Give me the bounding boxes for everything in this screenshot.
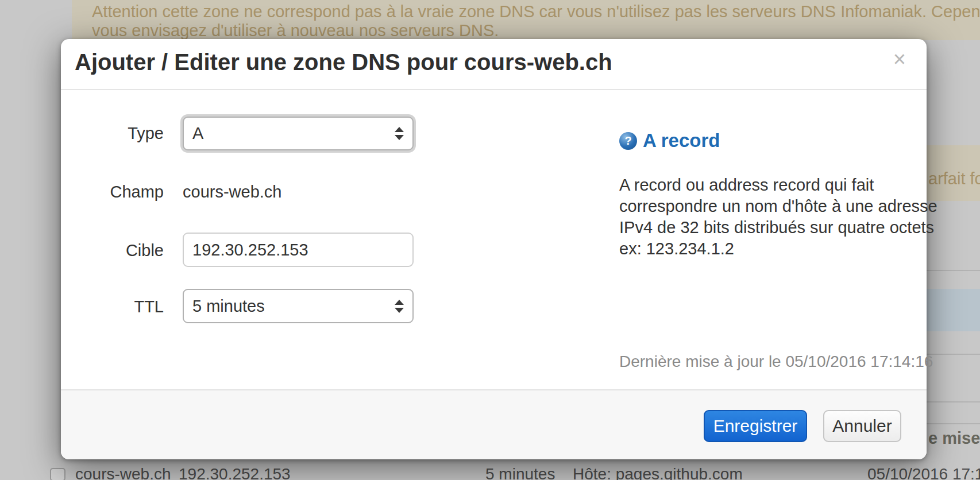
row-ip: 192.30.252.153	[179, 465, 291, 480]
ttl-label: TTL	[61, 297, 164, 316]
help-description: A record ou address record qui fait corr…	[619, 175, 906, 260]
dns-zone-edit-dialog: Ajouter / Editer une zone DNS pour cours…	[61, 39, 927, 459]
help-title: A record	[643, 130, 720, 152]
row-checkbox[interactable]	[50, 468, 65, 480]
banner-fragment-text: arfait for	[928, 169, 980, 188]
ttl-select[interactable]: 5 minutes	[183, 289, 414, 323]
help-circle-icon: ?	[619, 132, 637, 150]
stepper-arrows-icon	[391, 127, 408, 140]
champ-value: cours-web.ch	[183, 183, 281, 202]
table-header-fragment: e mise à	[928, 429, 980, 448]
row-target: Hôte: pages.github.com	[573, 465, 743, 480]
type-label: Type	[61, 124, 164, 143]
cible-label: Cible	[61, 241, 164, 260]
help-description-line: IPv4 de 32 bits distribués sur quatre oc…	[619, 217, 906, 238]
dialog-header: Ajouter / Editer une zone DNS pour cours…	[61, 39, 927, 90]
row-domain: cours-web.ch	[75, 465, 171, 480]
dialog-title: Ajouter / Editer une zone DNS pour cours…	[75, 49, 612, 75]
type-select-value: A	[184, 124, 391, 143]
help-description-line: correspondre un nom d'hôte à une adresse	[619, 196, 906, 217]
row-date: 05/10/2016 17:1	[867, 465, 980, 480]
last-update-text: Dernière mise à jour le 05/10/2016 17:14…	[619, 353, 906, 371]
dialog-footer: Enregistrer Annuler	[61, 389, 927, 459]
help-description-line: ex: 123.234.1.2	[619, 238, 906, 260]
help-description-line: A record ou address record qui fait	[619, 175, 906, 196]
cible-input[interactable]	[183, 233, 414, 267]
ttl-select-value: 5 minutes	[184, 297, 391, 316]
close-icon[interactable]: ×	[893, 48, 906, 70]
warning-text-line2: vous envisagez d'utiliser à nouveau nos …	[92, 21, 499, 40]
champ-label: Champ	[61, 183, 164, 202]
row-ttl: 5 minutes	[485, 465, 555, 480]
dns-warning-banner: Attention cette zone ne correspond pas à…	[72, 0, 980, 40]
stepper-arrows-icon	[391, 300, 408, 313]
type-select[interactable]: A	[183, 117, 414, 150]
cancel-button[interactable]: Annuler	[823, 410, 901, 442]
save-button[interactable]: Enregistrer	[704, 410, 807, 442]
warning-text-line1: Attention cette zone ne correspond pas à…	[92, 2, 980, 21]
help-heading: ? A record	[619, 130, 720, 152]
